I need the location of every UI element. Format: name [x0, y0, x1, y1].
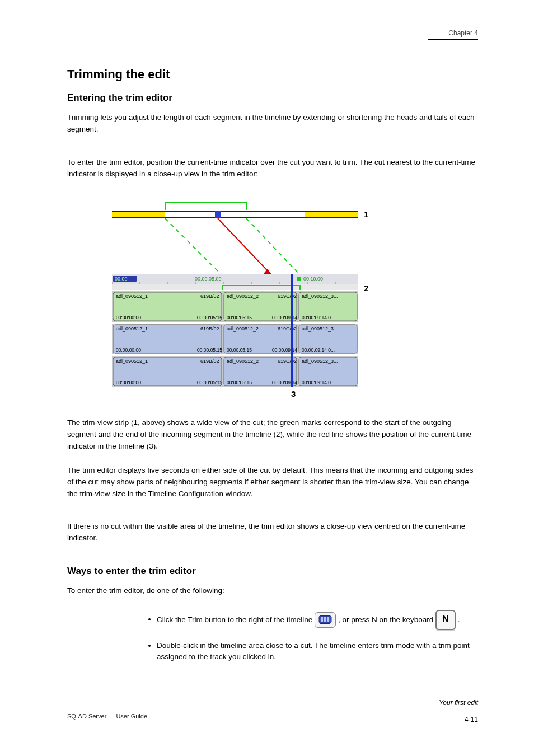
svg-rect-72: [327, 617, 329, 622]
svg-text:adl_090512_3...: adl_090512_3...: [302, 358, 338, 364]
trim-strip: [112, 203, 358, 218]
paragraph-enter: To enter the trim editor, position the c…: [67, 157, 478, 180]
svg-point-11: [297, 277, 301, 281]
bullet-trim-button: Click the Trim button to the right of th…: [157, 610, 478, 630]
playhead-line: [291, 274, 293, 387]
bullet-text: Click the Trim button to the right of th…: [157, 615, 315, 623]
footer-doc-title: SQ-AD Server — User Guide: [67, 713, 147, 720]
svg-text:00:00:00:00: 00:00:00:00: [116, 315, 141, 320]
svg-text:adl_090512_2: adl_090512_2: [227, 293, 259, 299]
keycap-n: N: [435, 610, 456, 630]
callout-1: 1: [364, 209, 368, 219]
svg-text:00:00:05:15: 00:00:05:15: [197, 347, 222, 353]
svg-text:619C/02: 619C/02: [278, 293, 297, 299]
svg-rect-70: [321, 617, 323, 622]
svg-text:adl_090512_1: adl_090512_1: [116, 293, 148, 299]
trim-button-icon: [315, 612, 336, 628]
bullet-doubleclick: Double-click in the timeline area close …: [157, 640, 478, 664]
svg-text:619C/02: 619C/02: [278, 326, 297, 332]
footer-page-number: 4-11: [465, 716, 478, 724]
header-rule: [428, 39, 478, 40]
footer-rule: [433, 710, 478, 710]
svg-text:619B/02: 619B/02: [200, 326, 219, 332]
svg-text:00:00:05:15: 00:00:05:15: [197, 315, 222, 320]
ruler-t2: 00:10:00: [303, 276, 323, 282]
trim-diagram: 00:00 00:00:05:00 00:10:00 adl_090512: [112, 190, 358, 403]
svg-line-5: [165, 218, 221, 274]
callout-3: 3: [291, 389, 296, 399]
bullet-list: Click the Trim button to the right of th…: [134, 610, 478, 674]
svg-rect-69: [320, 623, 330, 624]
ruler-t0: 00:00: [115, 276, 128, 282]
svg-text:619B/02: 619B/02: [200, 293, 219, 299]
svg-text:00:00:05:15: 00:00:05:15: [197, 380, 222, 385]
svg-text:619C/02: 619C/02: [278, 358, 297, 364]
svg-text:00:00:09:14 0...: 00:00:09:14 0...: [302, 315, 335, 320]
callout-2: 2: [364, 283, 368, 293]
subheading-ways: Ways to enter the trim editor: [67, 566, 196, 577]
svg-rect-3: [305, 212, 358, 217]
svg-text:adl_090512_2: adl_090512_2: [227, 326, 259, 332]
ruler-t1: 00:00:05:00: [195, 276, 222, 282]
bullet-text: , or press N on the keyboard: [338, 615, 435, 623]
footer-section-title: Your first edit: [439, 699, 478, 707]
svg-text:adl_090512_1: adl_090512_1: [116, 326, 148, 332]
subheading-enter-trim: Entering the trim editor: [67, 92, 172, 104]
svg-text:00:00:09:14: 00:00:09:14: [272, 380, 297, 385]
svg-text:00:00:05:15: 00:00:05:15: [227, 380, 252, 385]
bullet-text: .: [458, 615, 460, 623]
paragraph-five-seconds: The trim editor displays five seconds on…: [67, 465, 478, 500]
svg-text:619B/02: 619B/02: [200, 358, 219, 364]
svg-text:00:00:09:14 0...: 00:00:09:14 0...: [302, 347, 335, 353]
svg-rect-1: [112, 212, 165, 217]
svg-line-6: [246, 218, 299, 274]
svg-text:adl_090512_3...: adl_090512_3...: [302, 326, 338, 332]
svg-rect-4: [215, 211, 221, 218]
svg-line-7: [218, 218, 272, 276]
svg-text:00:00:00:00: 00:00:00:00: [116, 347, 141, 353]
header-chapter: Chapter 4: [448, 29, 478, 37]
svg-text:00:00:05:15: 00:00:05:15: [227, 315, 252, 320]
svg-rect-2: [165, 212, 305, 217]
svg-text:00:00:09:14: 00:00:09:14: [272, 315, 297, 320]
svg-text:adl_090512_3...: adl_090512_3...: [302, 293, 338, 299]
svg-text:00:00:05:15: 00:00:05:15: [227, 347, 252, 353]
svg-text:00:00:09:14: 00:00:09:14: [272, 347, 297, 353]
section-title: Trimming the edit: [67, 67, 170, 82]
svg-text:adl_090512_2: adl_090512_2: [227, 358, 259, 364]
paragraph-do-one: To enter the trim editor, do one of the …: [67, 585, 478, 597]
svg-text:00:00:09:14 0...: 00:00:09:14 0...: [302, 380, 335, 385]
playhead-arrow: [218, 218, 272, 276]
svg-rect-68: [320, 615, 330, 616]
track-row: adl_090512_1 619B/02 adl_090512_2 619C/0…: [112, 291, 358, 387]
svg-rect-71: [324, 617, 326, 622]
paragraph-no-cut: If there is no cut within the visible ar…: [67, 521, 478, 544]
paragraph-intro: Trimming lets you adjust the length of e…: [67, 112, 478, 136]
svg-text:adl_090512_1: adl_090512_1: [116, 358, 148, 364]
paragraph-caption: The trim-view strip (1, above) shows a w…: [67, 417, 478, 452]
svg-text:00:00:00:00: 00:00:00:00: [116, 380, 141, 385]
